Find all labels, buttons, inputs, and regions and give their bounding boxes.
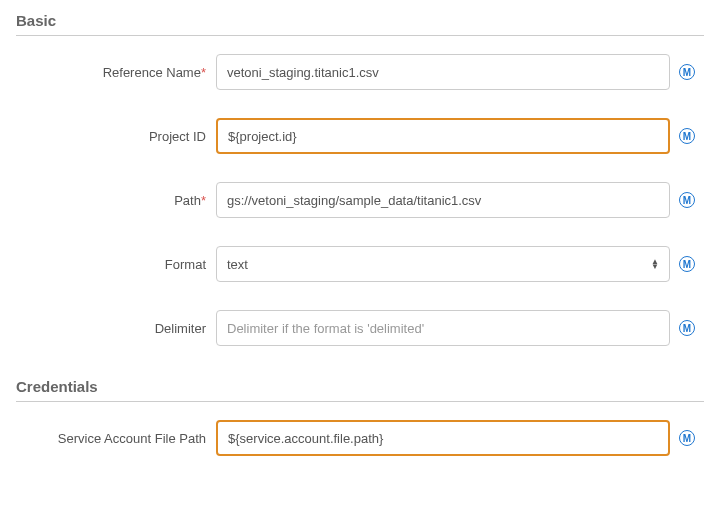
- label-text-project-id: Project ID: [149, 129, 206, 144]
- service-account-file-path-input[interactable]: [216, 420, 670, 456]
- section-header-basic: Basic: [16, 12, 704, 36]
- format-selected-value: text: [227, 257, 248, 272]
- row-format: Format text ▲▼ M: [16, 246, 704, 282]
- label-delimiter: Delimiter: [16, 321, 216, 336]
- label-format: Format: [16, 257, 216, 272]
- label-path: Path*: [16, 193, 216, 208]
- label-text-format: Format: [165, 257, 206, 272]
- delimiter-input[interactable]: [216, 310, 670, 346]
- label-text-delimiter: Delimiter: [155, 321, 206, 336]
- project-id-input[interactable]: [216, 118, 670, 154]
- macro-icon[interactable]: M: [679, 192, 695, 208]
- reference-name-input[interactable]: [216, 54, 670, 90]
- format-select[interactable]: text ▲▼: [216, 246, 670, 282]
- row-service-account-file-path: Service Account File Path M: [16, 420, 704, 456]
- section-header-credentials: Credentials: [16, 378, 704, 402]
- row-path: Path* M: [16, 182, 704, 218]
- macro-icon[interactable]: M: [679, 320, 695, 336]
- row-project-id: Project ID M: [16, 118, 704, 154]
- select-arrows-icon: ▲▼: [651, 259, 659, 269]
- row-reference-name: Reference Name* M: [16, 54, 704, 90]
- label-text-reference-name: Reference Name: [103, 65, 201, 80]
- label-service-account-file-path: Service Account File Path: [16, 431, 216, 446]
- macro-icon[interactable]: M: [679, 128, 695, 144]
- path-input[interactable]: [216, 182, 670, 218]
- label-text-path: Path: [174, 193, 201, 208]
- label-text-service-account-file-path: Service Account File Path: [58, 431, 206, 446]
- macro-icon[interactable]: M: [679, 256, 695, 272]
- label-project-id: Project ID: [16, 129, 216, 144]
- required-star: *: [201, 65, 206, 80]
- macro-icon[interactable]: M: [679, 64, 695, 80]
- required-star: *: [201, 193, 206, 208]
- macro-icon[interactable]: M: [679, 430, 695, 446]
- row-delimiter: Delimiter M: [16, 310, 704, 346]
- label-reference-name: Reference Name*: [16, 65, 216, 80]
